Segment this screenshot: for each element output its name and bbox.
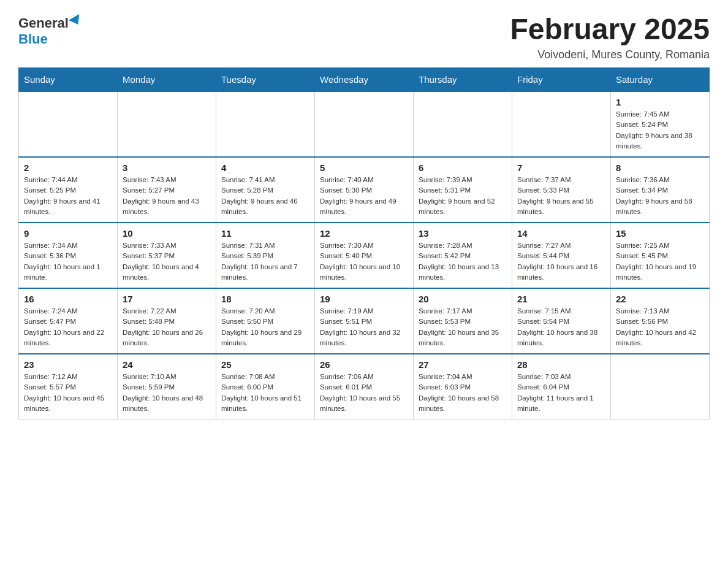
day-number: 28 bbox=[517, 359, 605, 370]
day-of-week-header: Friday bbox=[512, 68, 611, 92]
day-number: 4 bbox=[221, 163, 309, 173]
day-number: 17 bbox=[123, 294, 211, 304]
day-info: Sunrise: 7:28 AMSunset: 5:42 PMDaylight:… bbox=[419, 240, 507, 283]
calendar-cell: 21Sunrise: 7:15 AMSunset: 5:54 PMDayligh… bbox=[512, 288, 611, 354]
calendar-cell: 25Sunrise: 7:08 AMSunset: 6:00 PMDayligh… bbox=[216, 354, 315, 419]
calendar-cell: 11Sunrise: 7:31 AMSunset: 5:39 PMDayligh… bbox=[216, 223, 315, 288]
calendar-cell: 12Sunrise: 7:30 AMSunset: 5:40 PMDayligh… bbox=[315, 223, 414, 288]
day-info: Sunrise: 7:36 AMSunset: 5:34 PMDaylight:… bbox=[616, 175, 704, 217]
calendar-cell: 27Sunrise: 7:04 AMSunset: 6:03 PMDayligh… bbox=[414, 354, 512, 419]
day-info: Sunrise: 7:06 AMSunset: 6:01 PMDaylight:… bbox=[320, 372, 408, 414]
calendar-week-row: 16Sunrise: 7:24 AMSunset: 5:47 PMDayligh… bbox=[19, 288, 710, 354]
logo-general-text: General bbox=[18, 15, 69, 31]
day-info: Sunrise: 7:03 AMSunset: 6:04 PMDaylight:… bbox=[517, 372, 605, 414]
day-number: 1 bbox=[616, 97, 704, 107]
logo: General Blue bbox=[18, 12, 82, 47]
calendar-cell: 7Sunrise: 7:37 AMSunset: 5:33 PMDaylight… bbox=[512, 157, 611, 223]
calendar-cell: 14Sunrise: 7:27 AMSunset: 5:44 PMDayligh… bbox=[512, 223, 611, 288]
day-info: Sunrise: 7:33 AMSunset: 5:37 PMDaylight:… bbox=[123, 240, 211, 283]
logo-arrow-icon bbox=[69, 14, 83, 28]
day-info: Sunrise: 7:40 AMSunset: 5:30 PMDaylight:… bbox=[320, 175, 408, 217]
day-info: Sunrise: 7:12 AMSunset: 5:57 PMDaylight:… bbox=[24, 372, 112, 414]
page-header: General Blue February 2025 Voivodeni, Mu… bbox=[18, 12, 710, 61]
calendar-cell: 8Sunrise: 7:36 AMSunset: 5:34 PMDaylight… bbox=[611, 157, 710, 223]
calendar-table: SundayMondayTuesdayWednesdayThursdayFrid… bbox=[18, 67, 710, 419]
day-number: 14 bbox=[517, 228, 605, 239]
calendar-cell: 28Sunrise: 7:03 AMSunset: 6:04 PMDayligh… bbox=[512, 354, 611, 419]
day-number: 6 bbox=[419, 163, 507, 173]
calendar-cell: 23Sunrise: 7:12 AMSunset: 5:57 PMDayligh… bbox=[19, 354, 118, 419]
calendar-cell: 10Sunrise: 7:33 AMSunset: 5:37 PMDayligh… bbox=[118, 223, 216, 288]
day-number: 26 bbox=[320, 359, 408, 370]
day-info: Sunrise: 7:43 AMSunset: 5:27 PMDaylight:… bbox=[123, 175, 211, 217]
day-of-week-header: Tuesday bbox=[216, 68, 315, 92]
day-info: Sunrise: 7:04 AMSunset: 6:03 PMDaylight:… bbox=[419, 372, 507, 414]
day-info: Sunrise: 7:30 AMSunset: 5:40 PMDaylight:… bbox=[320, 240, 408, 283]
calendar-cell: 6Sunrise: 7:39 AMSunset: 5:31 PMDaylight… bbox=[414, 157, 512, 223]
day-info: Sunrise: 7:19 AMSunset: 5:51 PMDaylight:… bbox=[320, 306, 408, 348]
calendar-cell: 19Sunrise: 7:19 AMSunset: 5:51 PMDayligh… bbox=[315, 288, 414, 354]
day-of-week-header: Sunday bbox=[19, 68, 118, 92]
day-number: 9 bbox=[24, 228, 112, 239]
day-info: Sunrise: 7:10 AMSunset: 5:59 PMDaylight:… bbox=[123, 372, 211, 414]
day-info: Sunrise: 7:37 AMSunset: 5:33 PMDaylight:… bbox=[517, 175, 605, 217]
calendar-cell bbox=[512, 91, 611, 157]
calendar-cell: 2Sunrise: 7:44 AMSunset: 5:25 PMDaylight… bbox=[19, 157, 118, 223]
day-info: Sunrise: 7:22 AMSunset: 5:48 PMDaylight:… bbox=[123, 306, 211, 348]
day-number: 20 bbox=[419, 294, 507, 304]
day-info: Sunrise: 7:17 AMSunset: 5:53 PMDaylight:… bbox=[419, 306, 507, 348]
day-number: 27 bbox=[419, 359, 507, 370]
calendar-week-row: 23Sunrise: 7:12 AMSunset: 5:57 PMDayligh… bbox=[19, 354, 710, 419]
calendar-cell: 20Sunrise: 7:17 AMSunset: 5:53 PMDayligh… bbox=[414, 288, 512, 354]
calendar-cell: 26Sunrise: 7:06 AMSunset: 6:01 PMDayligh… bbox=[315, 354, 414, 419]
calendar-cell bbox=[19, 91, 118, 157]
day-info: Sunrise: 7:34 AMSunset: 5:36 PMDaylight:… bbox=[24, 240, 112, 283]
title-area: February 2025 Voivodeni, Mures County, R… bbox=[510, 12, 710, 61]
calendar-cell: 17Sunrise: 7:22 AMSunset: 5:48 PMDayligh… bbox=[118, 288, 216, 354]
day-number: 18 bbox=[221, 294, 309, 304]
logo-blue-text: Blue bbox=[18, 31, 48, 47]
calendar-cell bbox=[414, 91, 512, 157]
day-info: Sunrise: 7:31 AMSunset: 5:39 PMDaylight:… bbox=[221, 240, 309, 283]
day-number: 24 bbox=[123, 359, 211, 370]
day-number: 3 bbox=[123, 163, 211, 173]
day-number: 25 bbox=[221, 359, 309, 370]
day-of-week-header: Wednesday bbox=[315, 68, 414, 92]
calendar-cell: 3Sunrise: 7:43 AMSunset: 5:27 PMDaylight… bbox=[118, 157, 216, 223]
day-number: 21 bbox=[517, 294, 605, 304]
day-of-week-header: Monday bbox=[118, 68, 216, 92]
day-number: 16 bbox=[24, 294, 112, 304]
calendar-cell bbox=[118, 91, 216, 157]
day-number: 11 bbox=[221, 228, 309, 239]
day-info: Sunrise: 7:25 AMSunset: 5:45 PMDaylight:… bbox=[616, 240, 704, 283]
day-info: Sunrise: 7:39 AMSunset: 5:31 PMDaylight:… bbox=[419, 175, 507, 217]
calendar-cell bbox=[315, 91, 414, 157]
calendar-cell: 24Sunrise: 7:10 AMSunset: 5:59 PMDayligh… bbox=[118, 354, 216, 419]
calendar-cell: 4Sunrise: 7:41 AMSunset: 5:28 PMDaylight… bbox=[216, 157, 315, 223]
calendar-week-row: 9Sunrise: 7:34 AMSunset: 5:36 PMDaylight… bbox=[19, 223, 710, 288]
calendar-header-row: SundayMondayTuesdayWednesdayThursdayFrid… bbox=[19, 68, 710, 92]
location-title: Voivodeni, Mures County, Romania bbox=[510, 48, 710, 61]
day-number: 8 bbox=[616, 163, 704, 173]
day-info: Sunrise: 7:13 AMSunset: 5:56 PMDaylight:… bbox=[616, 306, 704, 348]
day-info: Sunrise: 7:20 AMSunset: 5:50 PMDaylight:… bbox=[221, 306, 309, 348]
day-info: Sunrise: 7:44 AMSunset: 5:25 PMDaylight:… bbox=[24, 175, 112, 217]
day-info: Sunrise: 7:41 AMSunset: 5:28 PMDaylight:… bbox=[221, 175, 309, 217]
calendar-week-row: 2Sunrise: 7:44 AMSunset: 5:25 PMDaylight… bbox=[19, 157, 710, 223]
day-number: 2 bbox=[24, 163, 112, 173]
day-info: Sunrise: 7:45 AMSunset: 5:24 PMDaylight:… bbox=[616, 109, 704, 151]
calendar-week-row: 1Sunrise: 7:45 AMSunset: 5:24 PMDaylight… bbox=[19, 91, 710, 157]
day-number: 5 bbox=[320, 163, 408, 173]
day-info: Sunrise: 7:15 AMSunset: 5:54 PMDaylight:… bbox=[517, 306, 605, 348]
day-number: 19 bbox=[320, 294, 408, 304]
day-of-week-header: Saturday bbox=[611, 68, 710, 92]
day-number: 12 bbox=[320, 228, 408, 239]
day-info: Sunrise: 7:24 AMSunset: 5:47 PMDaylight:… bbox=[24, 306, 112, 348]
month-title: February 2025 bbox=[510, 12, 710, 46]
calendar-cell: 5Sunrise: 7:40 AMSunset: 5:30 PMDaylight… bbox=[315, 157, 414, 223]
calendar-cell: 1Sunrise: 7:45 AMSunset: 5:24 PMDaylight… bbox=[611, 91, 710, 157]
day-number: 22 bbox=[616, 294, 704, 304]
day-info: Sunrise: 7:08 AMSunset: 6:00 PMDaylight:… bbox=[221, 372, 309, 414]
day-info: Sunrise: 7:27 AMSunset: 5:44 PMDaylight:… bbox=[517, 240, 605, 283]
calendar-cell: 9Sunrise: 7:34 AMSunset: 5:36 PMDaylight… bbox=[19, 223, 118, 288]
